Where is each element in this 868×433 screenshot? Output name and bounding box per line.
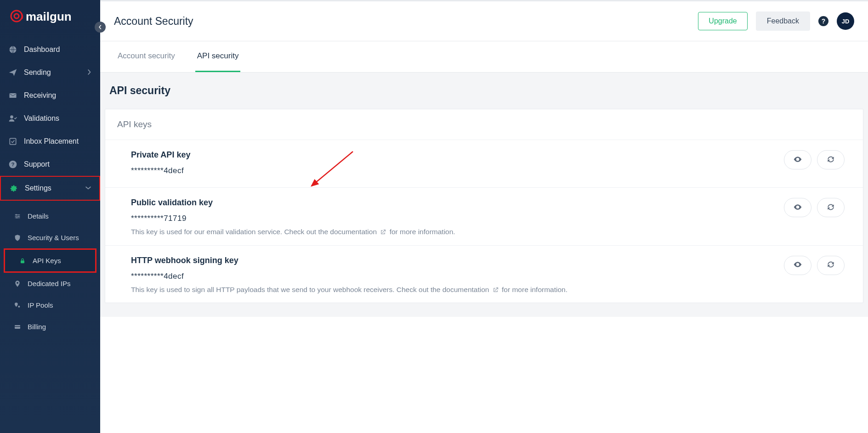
- user-avatar[interactable]: JD: [837, 12, 854, 30]
- svg-point-17: [797, 206, 798, 208]
- sidebar-item-label: Security & Users: [28, 234, 79, 242]
- svg-point-13: [18, 305, 20, 307]
- refresh-icon: [826, 155, 835, 165]
- key-row-public-validation: Public validation key **********71719 Th…: [105, 188, 863, 246]
- key-description: This key is used for our email validatio…: [131, 227, 784, 237]
- svg-point-0: [11, 11, 22, 22]
- svg-point-1: [14, 14, 19, 18]
- svg-rect-15: [15, 326, 20, 326]
- svg-point-5: [10, 115, 13, 118]
- feedback-button[interactable]: Feedback: [756, 11, 810, 31]
- eye-icon: [793, 202, 802, 213]
- paper-plane-icon: [8, 68, 17, 77]
- key-desc-pre: This key is used for our email validatio…: [131, 228, 379, 236]
- gear-icon: [9, 184, 18, 193]
- sidebar-item-label: Inbox Placement: [24, 137, 79, 146]
- key-value: **********4decf: [131, 272, 784, 281]
- sidebar-sub-ip-pools[interactable]: IP Pools: [0, 294, 100, 316]
- upgrade-button[interactable]: Upgrade: [698, 12, 747, 30]
- svg-point-18: [797, 264, 798, 265]
- sidebar-sub-details[interactable]: Details: [0, 205, 100, 227]
- sidebar-item-label: Sending: [24, 68, 51, 77]
- sidebar-sub-security-users[interactable]: Security & Users: [0, 227, 100, 248]
- sidebar-item-label: Receiving: [24, 91, 56, 100]
- key-name: Public validation key: [131, 198, 784, 208]
- sidebar-item-support[interactable]: ? Support: [0, 153, 100, 176]
- help-button[interactable]: ?: [818, 16, 828, 26]
- tabs: Account security API security: [100, 41, 868, 73]
- brand-logo[interactable]: mailgun: [0, 7, 100, 34]
- chevron-down-icon: [85, 184, 91, 192]
- sidebar-item-label: Settings: [25, 184, 51, 192]
- reveal-key-button[interactable]: [784, 150, 811, 169]
- refresh-icon: [826, 202, 835, 213]
- sidebar-item-label: Dedicated IPs: [28, 280, 70, 287]
- sidebar-sub-dedicated-ips[interactable]: Dedicated IPs: [0, 273, 100, 294]
- topbar: Account Security Upgrade Feedback ? JD: [100, 0, 868, 41]
- section-title: API security: [105, 73, 863, 109]
- svg-point-16: [797, 158, 798, 160]
- regenerate-key-button[interactable]: [817, 150, 845, 169]
- svg-rect-6: [10, 138, 16, 144]
- svg-point-10: [18, 215, 19, 217]
- refresh-icon: [826, 260, 835, 270]
- key-name: HTTP webhook signing key: [131, 256, 784, 265]
- sidebar-item-inbox-placement[interactable]: Inbox Placement: [0, 130, 100, 153]
- chevron-right-icon: [86, 68, 92, 77]
- panel-title: API keys: [105, 109, 863, 140]
- regenerate-key-button[interactable]: [817, 256, 845, 275]
- envelope-icon: [8, 91, 17, 100]
- svg-point-11: [16, 217, 17, 219]
- key-desc-post: for more information.: [500, 286, 567, 293]
- credit-card-icon: [14, 323, 21, 331]
- sidebar-item-label: Billing: [28, 323, 46, 331]
- key-row-private-api: Private API key **********4decf: [105, 140, 863, 188]
- sidebar-item-label: IP Pools: [28, 301, 53, 309]
- checkbox-icon: [8, 137, 17, 146]
- key-row-webhook-signing: HTTP webhook signing key **********4decf…: [105, 246, 863, 303]
- api-keys-panel: API keys Private API key **********4decf: [105, 109, 863, 303]
- sidebar-item-sending[interactable]: Sending: [0, 61, 100, 84]
- pins-icon: [14, 302, 21, 309]
- external-link-icon: [492, 287, 499, 293]
- sidebar-item-settings[interactable]: Settings: [0, 176, 100, 201]
- svg-point-9: [16, 214, 17, 215]
- tab-api-security[interactable]: API security: [195, 41, 241, 72]
- regenerate-key-button[interactable]: [817, 198, 845, 217]
- main-content: Account Security Upgrade Feedback ? JD A…: [100, 0, 868, 433]
- svg-text:mailgun: mailgun: [26, 10, 72, 23]
- reveal-key-button[interactable]: [784, 256, 811, 275]
- page-title: Account Security: [114, 15, 193, 28]
- sliders-icon: [14, 213, 21, 220]
- sidebar-sub-api-keys[interactable]: API Keys: [5, 250, 95, 271]
- svg-rect-4: [10, 93, 17, 98]
- documentation-link[interactable]: [491, 286, 500, 293]
- shield-icon: [14, 234, 21, 242]
- sidebar-item-label: Details: [28, 212, 49, 220]
- key-value: **********4decf: [131, 166, 784, 175]
- external-link-icon: [380, 229, 386, 236]
- globe-icon: [8, 45, 17, 54]
- key-name: Private API key: [131, 150, 784, 160]
- sidebar-sub-billing[interactable]: Billing: [0, 316, 100, 337]
- key-desc-post: for more information.: [387, 228, 455, 236]
- sidebar-settings-subnav: Details Security & Users API Keys Dedica…: [0, 205, 100, 337]
- sidebar-item-label: Support: [24, 160, 50, 169]
- sidebar-item-validations[interactable]: Validations: [0, 107, 100, 130]
- svg-text:?: ?: [11, 162, 15, 167]
- question-icon: ?: [8, 160, 17, 169]
- svg-rect-12: [21, 260, 24, 263]
- reveal-key-button[interactable]: [784, 198, 811, 217]
- map-pin-icon: [14, 280, 21, 287]
- sidebar-nav: Dashboard Sending Receiving Validations …: [0, 38, 100, 201]
- tab-account-security[interactable]: Account security: [116, 41, 177, 72]
- sidebar-item-label: API Keys: [33, 257, 61, 264]
- sidebar-item-receiving[interactable]: Receiving: [0, 84, 100, 107]
- sidebar-item-dashboard[interactable]: Dashboard: [0, 38, 100, 61]
- key-value: **********71719: [131, 214, 784, 223]
- sidebar: mailgun Dashboard Sending Receiving Val: [0, 0, 100, 433]
- documentation-link[interactable]: [379, 228, 387, 236]
- key-desc-pre: This key is used to sign all HTTP payloa…: [131, 286, 491, 293]
- sidebar-item-label: Dashboard: [24, 45, 60, 54]
- sidebar-item-label: Validations: [24, 114, 59, 123]
